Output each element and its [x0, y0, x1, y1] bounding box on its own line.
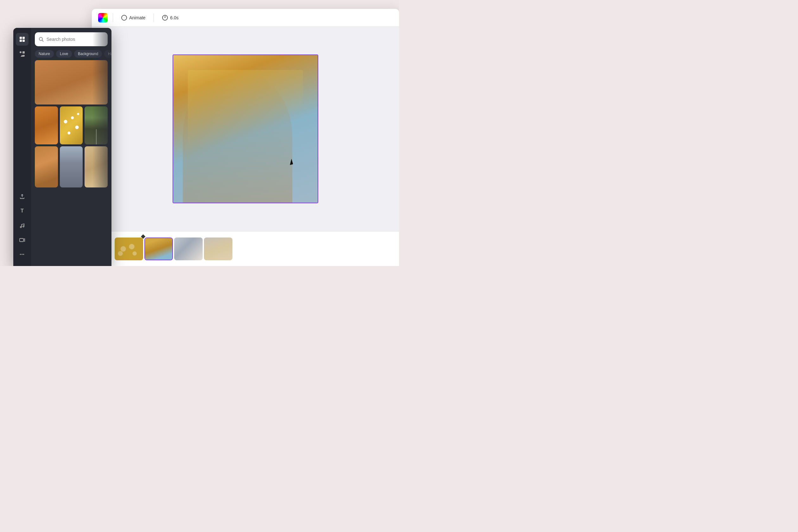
editor-canvas — [92, 26, 399, 231]
editor-panel: Animate 6.0s — [92, 9, 399, 266]
svg-rect-0 — [20, 37, 22, 39]
svg-rect-7 — [23, 55, 25, 57]
panel-content: Nature Love Background Happy Flowers — [31, 28, 112, 266]
color-palette-icon[interactable] — [98, 13, 108, 22]
audio-icon — [19, 223, 25, 228]
photo-grid-row-2 — [35, 107, 108, 145]
svg-rect-5 — [22, 51, 25, 54]
timeline-clips — [115, 238, 232, 260]
sidebar-item-elements[interactable] — [16, 48, 28, 60]
sidebar-item-templates[interactable] — [16, 33, 28, 45]
timeline-clip-4[interactable] — [204, 238, 232, 260]
clip-1-thumbnail — [115, 238, 143, 260]
pill-happy[interactable]: Happy — [104, 50, 112, 58]
text-icon: T — [21, 208, 24, 214]
photo-panel: T ••• — [13, 28, 112, 266]
photo-grid-row-1 — [35, 60, 108, 104]
toolbar-divider-2 — [154, 13, 154, 22]
daisies-overlay — [60, 107, 83, 145]
photo-parents[interactable] — [35, 60, 108, 104]
timeline-clip-2[interactable] — [145, 238, 173, 260]
clip-2-thumbnail — [145, 238, 172, 260]
clock-icon — [162, 15, 168, 21]
category-pills: Nature Love Background Happy Flowers — [31, 46, 112, 60]
duration-button[interactable]: 6.0s — [159, 13, 182, 22]
clip-3-thumbnail — [174, 238, 203, 260]
svg-rect-10 — [20, 239, 23, 242]
timeline-clip-3[interactable] — [174, 238, 203, 260]
pill-love[interactable]: Love — [56, 50, 72, 58]
sidebar: T ••• — [13, 28, 31, 266]
pill-background[interactable]: Background — [74, 50, 102, 58]
search-input[interactable] — [46, 37, 104, 42]
timeline-clip-1[interactable] — [115, 238, 143, 260]
svg-rect-3 — [22, 40, 25, 42]
clip-4-thumbnail — [204, 238, 232, 260]
sidebar-item-more[interactable]: ••• — [16, 248, 28, 261]
svg-point-4 — [20, 51, 21, 53]
svg-rect-2 — [20, 40, 22, 42]
editor-toolbar: Animate 6.0s — [92, 9, 399, 26]
search-bar[interactable] — [35, 32, 108, 46]
photo-road[interactable] — [84, 107, 108, 145]
photo-daisies[interactable] — [60, 107, 83, 145]
photo-grid — [31, 60, 112, 266]
photo-woman-orange[interactable] — [35, 107, 58, 145]
editor-timeline — [92, 231, 399, 266]
toolbar-divider-1 — [113, 13, 113, 22]
animate-label: Animate — [129, 15, 145, 20]
svg-rect-1 — [22, 37, 25, 39]
search-icon — [39, 37, 44, 42]
pill-nature[interactable]: Nature — [35, 50, 54, 58]
road-line — [96, 129, 97, 145]
sidebar-item-video[interactable] — [16, 234, 28, 246]
animate-icon — [121, 15, 127, 21]
upload-icon — [19, 193, 25, 200]
duration-label: 6.0s — [170, 15, 178, 20]
photo-woman-beige[interactable] — [84, 146, 108, 188]
elements-icon — [19, 51, 25, 57]
more-icon: ••• — [20, 252, 25, 257]
sidebar-item-audio[interactable] — [16, 219, 28, 232]
video-icon — [19, 237, 25, 243]
photo-grid-row-3 — [35, 146, 108, 188]
sidebar-item-uploads[interactable] — [16, 190, 28, 203]
animate-button[interactable]: Animate — [118, 13, 149, 22]
canvas-frame[interactable] — [173, 55, 318, 203]
sidebar-item-text[interactable]: T — [16, 205, 28, 217]
photo-mountains[interactable] — [60, 146, 83, 188]
photo-dog[interactable] — [35, 146, 58, 188]
grid-icon — [19, 36, 25, 42]
